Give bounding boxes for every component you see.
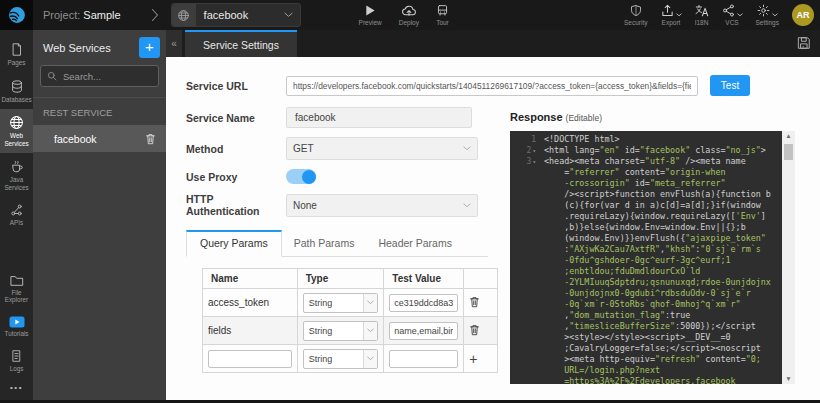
tab-path-params[interactable]: Path Params bbox=[282, 231, 367, 256]
param-row: fields String bbox=[203, 317, 498, 345]
service-settings-panel: Service URL Test Service Name Method bbox=[166, 57, 820, 400]
method-value: GET bbox=[293, 143, 463, 154]
param-test-value-input[interactable] bbox=[389, 322, 458, 340]
services-panel-title: Web Services bbox=[43, 42, 111, 54]
col-header-type: Type bbox=[297, 269, 384, 289]
param-type-value: String bbox=[309, 326, 364, 336]
tour-label: Tour bbox=[436, 19, 449, 26]
service-name-input[interactable] bbox=[286, 107, 472, 128]
param-type-value: String bbox=[309, 298, 364, 308]
tour-button[interactable]: Tour bbox=[436, 4, 449, 26]
use-proxy-toggle[interactable] bbox=[286, 169, 316, 184]
sidebar-item-label: APIs bbox=[10, 219, 23, 227]
params-table: Name Type Test Value access_token bbox=[202, 268, 498, 373]
scroll-up-icon[interactable]: ▲ bbox=[785, 133, 791, 140]
tab-header-params[interactable]: Header Params bbox=[366, 231, 464, 256]
sidebar-item-apis[interactable]: APIs bbox=[0, 197, 33, 233]
user-avatar[interactable]: AR bbox=[792, 4, 814, 26]
sidebar-item-pages[interactable]: Pages bbox=[0, 36, 33, 73]
scrollbar-thumb[interactable] bbox=[784, 144, 793, 160]
chevron-down-icon bbox=[463, 146, 471, 151]
param-type-select[interactable]: String bbox=[303, 349, 379, 369]
topbar-actions-right: Security Export I18N bbox=[624, 4, 814, 26]
params-tabs: Query Params Path Params Header Params bbox=[186, 230, 488, 257]
param-type-select[interactable]: String bbox=[303, 293, 379, 313]
sidebar-more-button[interactable]: ••• bbox=[0, 379, 33, 400]
param-type-select[interactable]: String bbox=[303, 321, 379, 341]
rest-service-section-label: REST SERVICE bbox=[33, 98, 166, 125]
method-select[interactable]: GET bbox=[286, 137, 478, 160]
trash-icon[interactable] bbox=[145, 133, 156, 145]
sidebar-item-java-services[interactable]: Java Services bbox=[0, 153, 33, 197]
add-param-button[interactable]: + bbox=[469, 351, 477, 367]
param-test-value-input[interactable] bbox=[389, 350, 458, 368]
service-form: Service Name Method GET bbox=[186, 107, 498, 384]
param-test-value-input[interactable] bbox=[389, 294, 458, 312]
save-icon[interactable] bbox=[797, 36, 811, 51]
scroll-down-icon[interactable]: ▼ bbox=[785, 376, 791, 383]
logo-icon bbox=[7, 5, 27, 25]
settings-gear-icon bbox=[757, 4, 770, 17]
editor-scrollbar[interactable]: ▲ ▼ bbox=[782, 131, 795, 384]
project-breadcrumb: Project:Sample bbox=[43, 9, 121, 21]
database-icon bbox=[10, 79, 24, 94]
service-url-row: Service URL Test bbox=[186, 75, 820, 96]
chevron-down-icon bbox=[363, 294, 377, 312]
http-auth-select[interactable]: None bbox=[286, 194, 478, 217]
search-input[interactable] bbox=[61, 70, 152, 83]
security-button[interactable]: Security bbox=[624, 4, 647, 26]
project-name: Sample bbox=[83, 9, 120, 21]
sidebar-item-label: Tutorials bbox=[5, 330, 29, 338]
trash-icon[interactable] bbox=[469, 296, 480, 308]
search-icon bbox=[47, 71, 57, 81]
chevron-down-icon bbox=[363, 322, 377, 340]
sidebar-item-file-explorer[interactable]: File Explorer bbox=[0, 268, 33, 310]
param-row-new: String + bbox=[203, 345, 498, 373]
main-area: « Service Settings Service URL Test Serv… bbox=[166, 30, 820, 400]
service-url-label: Service URL bbox=[186, 80, 286, 92]
export-icon bbox=[661, 4, 674, 17]
add-service-button[interactable]: + bbox=[139, 37, 160, 58]
chevron-down-icon bbox=[363, 350, 377, 368]
services-search bbox=[40, 65, 159, 87]
topbar-actions-left: Preview Deploy Tour bbox=[359, 4, 449, 26]
deploy-cloud-icon bbox=[401, 4, 417, 17]
security-label: Security bbox=[624, 19, 647, 26]
i18n-label: I18N bbox=[695, 19, 709, 26]
settings-button[interactable]: Settings bbox=[756, 4, 780, 26]
trash-icon[interactable] bbox=[469, 324, 480, 336]
i18n-button[interactable]: I18N bbox=[695, 4, 709, 26]
deploy-button[interactable]: Deploy bbox=[399, 4, 419, 26]
export-button[interactable]: Export bbox=[661, 4, 682, 26]
tab-query-params[interactable]: Query Params bbox=[186, 230, 282, 257]
services-panel: Web Services + REST SERVICE facebook bbox=[33, 30, 166, 400]
preview-play-icon bbox=[364, 4, 376, 17]
security-shield-icon bbox=[630, 4, 642, 17]
vcs-label: VCS bbox=[725, 19, 738, 26]
sidebar-item-tutorials[interactable]: Tutorials bbox=[0, 310, 33, 344]
service-selector-dropdown[interactable]: facebook bbox=[171, 3, 301, 27]
service-item-facebook[interactable]: facebook bbox=[33, 125, 166, 152]
app-window: Project:Sample facebook Preview bbox=[0, 0, 820, 403]
sidebar-item-label: Databases bbox=[1, 96, 31, 104]
sidebar-item-databases[interactable]: Databases bbox=[0, 73, 33, 110]
folder-icon bbox=[10, 274, 24, 287]
sidebar-item-label: File Explorer bbox=[1, 289, 32, 304]
response-label: Response bbox=[510, 111, 563, 123]
preview-button[interactable]: Preview bbox=[359, 4, 382, 26]
service-url-input[interactable] bbox=[286, 76, 698, 96]
param-name-input[interactable] bbox=[208, 350, 292, 368]
vcs-button[interactable]: VCS bbox=[722, 4, 743, 26]
collapse-panel-button[interactable]: « bbox=[166, 30, 182, 57]
tab-service-settings[interactable]: Service Settings bbox=[185, 30, 297, 57]
test-button[interactable]: Test bbox=[710, 75, 750, 96]
app-logo bbox=[0, 0, 33, 30]
sidebar-item-label: Java Services bbox=[1, 176, 32, 191]
sidebar-item-web-services[interactable]: Web Services bbox=[0, 109, 33, 153]
chevron-down-icon bbox=[284, 12, 293, 18]
response-editor[interactable]: 1<!DOCTYPE html>2▾<html lang="en" id="fa… bbox=[510, 131, 795, 384]
sidebar-item-logs[interactable]: Logs bbox=[0, 343, 33, 379]
response-editable-hint: (Editable) bbox=[566, 113, 602, 123]
sidebar-spacer bbox=[0, 233, 33, 268]
service-selector-value: facebook bbox=[196, 9, 284, 21]
